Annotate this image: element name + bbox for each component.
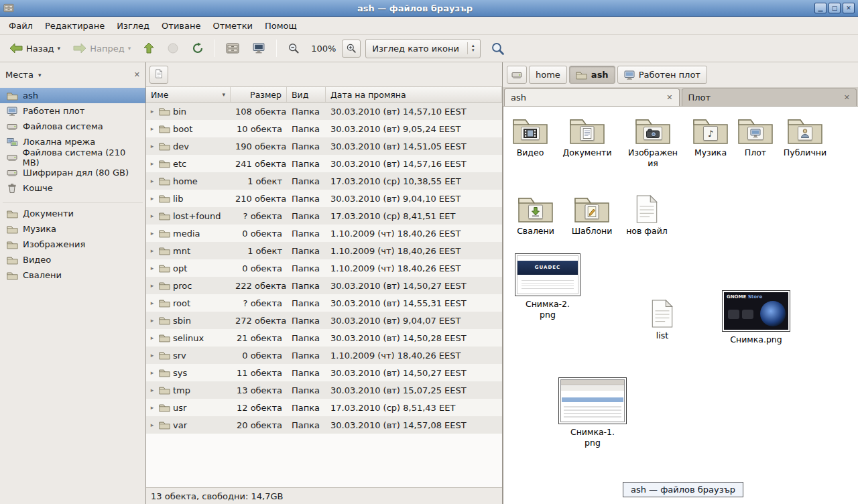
- tab-ash[interactable]: ash✕: [504, 88, 680, 106]
- expander-icon[interactable]: ▸: [148, 387, 156, 393]
- sidebar-item-ash[interactable]: ash: [0, 88, 145, 103]
- minimize-button[interactable]: ▁: [814, 3, 826, 13]
- column-header-size[interactable]: Размер: [231, 87, 287, 102]
- table-row[interactable]: ▸etc241 обектаПапка30.03.2010 (вт) 14,57…: [146, 155, 502, 172]
- expander-icon[interactable]: ▸: [148, 125, 156, 132]
- expander-icon[interactable]: ▸: [148, 178, 156, 184]
- folder-icon: [6, 209, 18, 218]
- expander-icon[interactable]: ▸: [148, 334, 156, 341]
- column-header-name[interactable]: Име ▾: [146, 87, 231, 102]
- expander-icon[interactable]: ▸: [148, 108, 156, 115]
- table-row[interactable]: ▸mnt1 обектПапка1.10.2009 (чт) 18,40,26 …: [146, 242, 502, 259]
- icon-item-snimka-1[interactable]: Снимка-1. png: [559, 377, 626, 449]
- icon-item-snimka[interactable]: GNOME StoreСнимка.png: [723, 290, 790, 345]
- table-row[interactable]: ▸sys11 обектаПапка30.03.2010 (вт) 14,50,…: [146, 364, 502, 381]
- sidebar-item-pictures[interactable]: Изображения: [0, 237, 145, 252]
- icon-item-snimka-2[interactable]: GUADECСнимка-2. png: [514, 253, 581, 321]
- menu-help[interactable]: Помощ: [259, 18, 303, 34]
- sidebar-close-icon[interactable]: ✕: [134, 70, 140, 79]
- sidebar-item-video[interactable]: Видео: [0, 252, 145, 267]
- expander-icon[interactable]: ▸: [148, 160, 156, 167]
- table-row[interactable]: ▸boot10 обектаПапка30.03.2010 (вт) 9,05,…: [146, 120, 502, 137]
- back-history-dropdown-icon[interactable]: ▾: [58, 45, 61, 52]
- sidebar-item-music[interactable]: Музика: [0, 221, 145, 237]
- stop-button[interactable]: [162, 38, 184, 58]
- tab-close-icon[interactable]: ✕: [666, 93, 672, 102]
- menu-view[interactable]: Изглед: [111, 18, 156, 34]
- computer-button[interactable]: [247, 38, 271, 58]
- view-mode-combobox[interactable]: Изглед като икони ▴▾: [365, 39, 481, 58]
- tab-close-icon[interactable]: ✕: [844, 93, 850, 102]
- table-row[interactable]: ▸sbin272 обектаПапка30.03.2010 (вт) 9,04…: [146, 312, 502, 329]
- expander-icon[interactable]: ▸: [148, 265, 156, 271]
- expander-icon[interactable]: ▸: [148, 300, 156, 306]
- table-row[interactable]: ▸dev190 обектаПапка30.03.2010 (вт) 14,51…: [146, 137, 502, 155]
- table-row[interactable]: ▸var20 обектаПапка30.03.2010 (вт) 14,57,…: [146, 416, 502, 434]
- icon-item-pictures[interactable]: Изображен ия: [619, 115, 686, 170]
- breadcrumb-root[interactable]: [507, 66, 527, 84]
- table-row[interactable]: ▸selinux21 обектаПапка30.03.2010 (вт) 14…: [146, 329, 502, 346]
- maximize-button[interactable]: □: [829, 3, 841, 13]
- zoom-out-button[interactable]: [282, 38, 305, 58]
- icon-item-documents[interactable]: Документи: [554, 115, 621, 158]
- home-button[interactable]: [221, 38, 245, 58]
- expander-icon[interactable]: ▸: [148, 212, 156, 219]
- expander-icon[interactable]: ▸: [148, 282, 156, 289]
- table-row[interactable]: ▸proc222 обектаПапка30.03.2010 (вт) 14,5…: [146, 277, 502, 294]
- sidebar-dropdown-icon[interactable]: ▾: [38, 72, 42, 78]
- sidebar-item-label: Кошче: [23, 183, 53, 193]
- table-row[interactable]: ▸usr12 обектаПапка17.03.2010 (ср) 8,51,4…: [146, 399, 502, 416]
- menu-bookmarks[interactable]: Отметки: [206, 18, 258, 34]
- menu-file[interactable]: Файл: [3, 18, 39, 34]
- table-row[interactable]: ▸bin108 обектаПапка30.03.2010 (вт) 14,57…: [146, 103, 502, 120]
- expander-icon[interactable]: ▸: [148, 369, 156, 376]
- column-header-modified[interactable]: Дата на промяна: [326, 87, 502, 102]
- sidebar-item-filesystem-210mb[interactable]: Файлова система (210 MB): [0, 149, 145, 165]
- titlebar[interactable]: ash — файлов браузър ▁ □ ✕: [0, 0, 858, 17]
- expander-icon[interactable]: ▸: [148, 352, 156, 359]
- sidebar-item-trash[interactable]: Кошче: [0, 180, 145, 196]
- expander-icon[interactable]: ▸: [148, 404, 156, 411]
- zoom-in-button[interactable]: [342, 40, 361, 58]
- table-row[interactable]: ▸media0 обектаПапка1.10.2009 (чт) 18,40,…: [146, 225, 502, 242]
- expander-icon[interactable]: ▸: [148, 247, 156, 254]
- folder-icon: [159, 351, 170, 360]
- sidebar-item-downloads[interactable]: Свалени: [0, 267, 145, 283]
- expander-icon[interactable]: ▸: [148, 317, 156, 324]
- expander-icon[interactable]: ▸: [148, 230, 156, 237]
- table-row[interactable]: ▸lib210 обектаПапка30.03.2010 (вт) 9,04,…: [146, 190, 502, 207]
- menu-edit[interactable]: Редактиране: [39, 18, 111, 34]
- breadcrumb-ash[interactable]: ash: [569, 66, 615, 84]
- table-row[interactable]: ▸opt0 обектаПапка1.10.2009 (чт) 18,40,26…: [146, 259, 502, 277]
- close-button[interactable]: ✕: [843, 3, 855, 13]
- search-button[interactable]: [485, 38, 510, 58]
- icon-view[interactable]: ash — файлов браузър ВидеоДокументиИзобр…: [503, 107, 858, 504]
- table-row[interactable]: ▸lost+found? обектаПапка17.03.2010 (ср) …: [146, 207, 502, 225]
- expander-icon[interactable]: ▸: [148, 422, 156, 428]
- reload-button[interactable]: [186, 38, 209, 58]
- menu-go[interactable]: Отиване: [156, 18, 206, 34]
- places-sidebar: Места ▾ ✕ ashРаботен плотФайлова система…: [0, 62, 146, 504]
- expander-icon[interactable]: ▸: [148, 195, 156, 202]
- forward-button[interactable]: Напред ▾: [68, 38, 136, 58]
- breadcrumb-desktop[interactable]: Работен плот: [617, 66, 707, 84]
- icon-item-public[interactable]: Публични: [772, 115, 839, 158]
- sidebar-title[interactable]: Места: [5, 70, 34, 80]
- location-bar-toggle-button[interactable]: [149, 66, 168, 84]
- expander-icon[interactable]: ▸: [148, 143, 156, 149]
- sidebar-item-filesystem[interactable]: Файлова система: [0, 119, 145, 134]
- table-row[interactable]: ▸tmp13 обектаПапка30.03.2010 (вт) 15,07,…: [146, 381, 502, 399]
- sidebar-item-desktop[interactable]: Работен плот: [0, 103, 145, 119]
- table-row[interactable]: ▸root? обектаПапка30.03.2010 (вт) 14,55,…: [146, 294, 502, 312]
- up-button[interactable]: [138, 38, 160, 58]
- table-row[interactable]: ▸home1 обектПапка17.03.2010 (ср) 10,38,5…: [146, 172, 502, 190]
- table-row[interactable]: ▸srv0 обектаПапка1.10.2009 (чт) 18,40,26…: [146, 346, 502, 364]
- breadcrumb-home[interactable]: home: [529, 66, 567, 84]
- drive-icon: [511, 70, 522, 80]
- sidebar-item-documents[interactable]: Документи: [0, 206, 145, 221]
- column-header-type[interactable]: Вид: [287, 87, 326, 102]
- icon-item-list[interactable]: list: [629, 300, 696, 341]
- icon-item-new-file[interactable]: нов файл: [613, 195, 680, 237]
- tab-plot[interactable]: Плот✕: [682, 88, 857, 106]
- back-button[interactable]: Назад ▾: [4, 38, 66, 58]
